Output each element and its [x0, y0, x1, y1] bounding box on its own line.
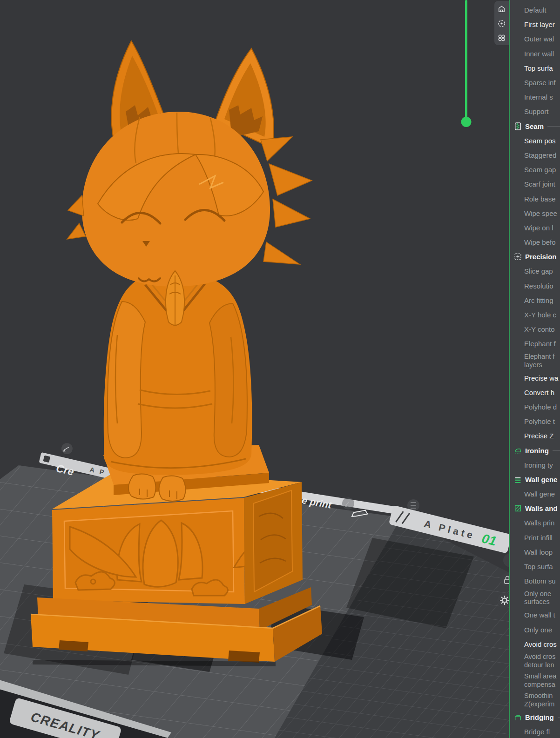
panel-item-only-one[interactable]: Only one [510, 623, 560, 637]
panel-item-label: Only one [524, 626, 552, 634]
panel-item-label: Avoid cros [524, 640, 557, 648]
panel-item-internal-s[interactable]: Internal s [510, 90, 560, 104]
panel-item-label: Top surfa [524, 64, 553, 72]
panel-item-walls-prin[interactable]: Walls prin [510, 516, 560, 530]
panel-item-label: Outer wal [524, 35, 554, 43]
panel-item-label: Wall gene [524, 490, 555, 498]
panel-item-label: Print infill [524, 534, 553, 542]
panel-item-resolutio[interactable]: Resolutio [510, 279, 560, 293]
panel-item-label: Seam pos [524, 137, 556, 145]
panel-item-label: Precise wa [524, 374, 558, 382]
seam-icon [514, 122, 522, 130]
process-icon[interactable] [497, 33, 506, 42]
panel-item-bottom-su[interactable]: Bottom su [510, 574, 560, 588]
panel-item-wall-loop[interactable]: Wall loop [510, 545, 560, 559]
panel-item-bridge-fl[interactable]: Bridge fl [510, 725, 560, 738]
panel-item-label: Polyhole d [524, 403, 557, 411]
panel-item-label: Elephant f [524, 340, 556, 348]
panel-item-avoid-cros[interactable]: Avoid crosdetour len [510, 651, 560, 671]
panel-item-slice-gap[interactable]: Slice gap [510, 264, 560, 278]
panel-item-support[interactable]: Support [510, 104, 560, 119]
filament-icon[interactable] [497, 19, 506, 28]
panel-item-label: Precise Z [524, 432, 553, 440]
panel-item-default[interactable]: Default [510, 3, 560, 17]
viewport-3d[interactable]: CREALITY A P Cre e print A Plate 01 [0, 0, 509, 738]
panel-item-top-surfa[interactable]: Top surfa [510, 61, 560, 75]
panel-item-elephant-f[interactable]: Elephant flayers [510, 351, 560, 371]
panel-item-label: SmoothinZ(experim [524, 692, 554, 708]
panel-item-wipe-on-l[interactable]: Wipe on l [510, 221, 560, 235]
panel-item-wipe-befo[interactable]: Wipe befo [510, 235, 560, 249]
panel-item-label: Bridge fl [524, 728, 550, 736]
panel-item-staggered[interactable]: Staggered [510, 148, 560, 162]
panel-item-label: Only onesurfaces [524, 590, 551, 606]
panel-item-precise-wa[interactable]: Precise wa [510, 371, 560, 385]
panel-item-label: Avoid crosdetour len [524, 653, 555, 669]
panel-item-smoothin[interactable]: SmoothinZ(experim [510, 691, 560, 710]
panel-item-wall-gene[interactable]: Wall gene [510, 487, 560, 501]
panel-item-label: Walls prin [524, 519, 554, 527]
walls-surfaces-icon [514, 504, 522, 512]
panel-item-only-one[interactable]: Only onesurfaces [510, 588, 560, 608]
bridging-icon [514, 713, 522, 721]
panel-item-polyhole-t[interactable]: Polyhole t [510, 414, 560, 429]
panel-item-label: Wipe spee [524, 209, 557, 217]
settings-panel: DefaultFirst layerOuter walInner wallTop… [509, 0, 560, 738]
panel-section-wall-gene[interactable]: Wall gene [510, 472, 560, 487]
panel-item-one-wall-t[interactable]: One wall t [510, 608, 560, 622]
creality-slicer-window: { "scene": { "plate_label": "A Plate", "… [0, 0, 560, 738]
panel-section-seam[interactable]: Seam [510, 119, 560, 134]
panel-item-label: Bridging [525, 713, 554, 721]
panel-item-arc-fitting[interactable]: Arc fitting [510, 293, 560, 308]
viewport-icon-rail [494, 1, 509, 45]
panel-item-label: X-Y hole c [524, 311, 556, 319]
panel-item-seam-pos[interactable]: Seam pos [510, 134, 560, 148]
panel-item-scarf-joint[interactable]: Scarf joint [510, 177, 560, 191]
panel-item-label: Bottom su [524, 577, 556, 585]
panel-section-walls-and[interactable]: Walls and [510, 501, 560, 516]
panel-item-elephant-f[interactable]: Elephant f [510, 336, 560, 351]
wall-generator-icon [514, 476, 522, 483]
panel-item-label: First layer [524, 20, 555, 28]
panel-item-small-area[interactable]: Small areacompensa [510, 671, 560, 691]
panel-item-precise-z[interactable]: Precise Z [510, 429, 560, 443]
panel-item-outer-wal[interactable]: Outer wal [510, 32, 560, 46]
panel-item-role-base[interactable]: Role base [510, 191, 560, 206]
panel-section-bridging[interactable]: Bridging [510, 710, 560, 725]
panel-section-precision[interactable]: Precision [510, 249, 560, 264]
panel-item-label: X-Y conto [524, 325, 555, 333]
panel-item-label: Support [524, 107, 549, 115]
panel-item-label: One wall t [524, 611, 555, 619]
panel-item-label: Wipe befo [524, 238, 556, 246]
panel-section-ironing[interactable]: Ironing [510, 443, 560, 457]
panel-item-top-surfa[interactable]: Top surfa [510, 559, 560, 574]
panel-item-polyhole-d[interactable]: Polyhole d [510, 400, 560, 414]
panel-item-label: Top surfa [524, 563, 553, 570]
panel-item-label: Wall loop [524, 548, 553, 556]
panel-item-avoid-cros[interactable]: Avoid cros [510, 637, 560, 651]
panel-item-label: Slice gap [524, 267, 553, 275]
plate-action-icon[interactable] [342, 497, 354, 510]
panel-item-x-y-hole-c[interactable]: X-Y hole c [510, 308, 560, 322]
panel-item-sparse-inf[interactable]: Sparse inf [510, 75, 560, 90]
measure-wire-endpoint[interactable] [461, 117, 472, 127]
panel-item-label: Staggered [524, 151, 556, 159]
panel-item-inner-wall[interactable]: Inner wall [510, 47, 560, 61]
panel-item-print-infill[interactable]: Print infill [510, 530, 560, 545]
section-rule [553, 450, 560, 451]
panel-item-first-layer[interactable]: First layer [510, 17, 560, 32]
panel-item-ironing-ty[interactable]: Ironing ty [510, 458, 560, 472]
panel-item-label: Internal s [524, 93, 553, 101]
panel-item-seam-gap[interactable]: Seam gap [510, 162, 560, 177]
panel-item-convert-h[interactable]: Convert h [510, 385, 560, 400]
precision-icon [514, 253, 522, 261]
printer-icon[interactable] [497, 4, 506, 13]
panel-item-label: Default [524, 6, 547, 14]
panel-item-x-y-conto[interactable]: X-Y conto [510, 322, 560, 336]
panel-item-label: Polyhole t [524, 417, 555, 425]
settings-panel-rows: DefaultFirst layerOuter walInner wallTop… [510, 3, 560, 738]
panel-item-label: Sparse inf [524, 79, 556, 87]
panel-item-wipe-spee[interactable]: Wipe spee [510, 206, 560, 221]
panel-item-label: Elephant flayers [524, 353, 554, 369]
panel-item-label: Wall gene [525, 476, 557, 483]
